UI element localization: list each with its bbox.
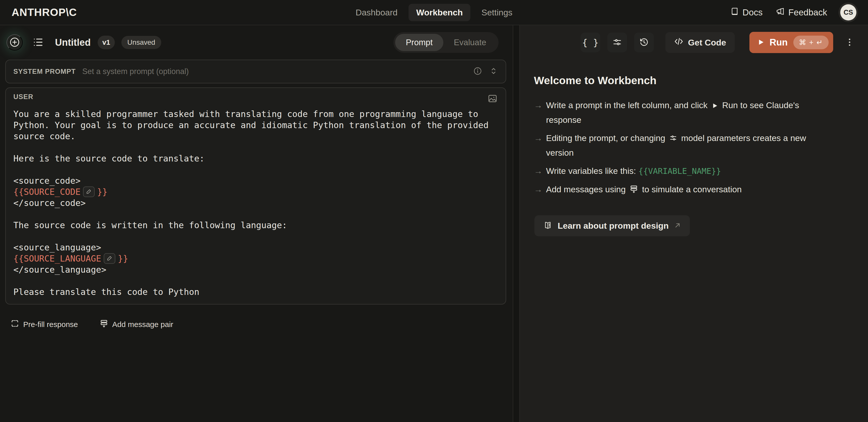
system-prompt-label: SYSTEM PROMPT: [13, 68, 76, 76]
workbench-app: ANTHROP\C Dashboard Workbench Settings D…: [0, 0, 868, 422]
panel-resize-handle[interactable]: [513, 25, 520, 422]
edit-variable-button[interactable]: [104, 253, 115, 264]
bullet-text-pre: Write a prompt in the left column, and c…: [546, 100, 708, 110]
attach-image-button[interactable]: [487, 93, 498, 105]
prefill-response-button[interactable]: Pre-fill response: [10, 319, 78, 330]
info-icon[interactable]: [473, 66, 483, 77]
expand-icon[interactable]: [489, 66, 498, 77]
list-icon: [32, 36, 44, 49]
bullet-text: Write variables like this: {{VARIABLE_NA…: [546, 164, 824, 178]
xml-tag-close: </source_code>: [13, 197, 498, 208]
add-message-pair-label: Add message pair: [112, 320, 173, 329]
blank-line: [13, 208, 498, 220]
learn-prompt-design-label: Learn about prompt design: [558, 221, 669, 231]
xml-tag-close: </source_language>: [13, 264, 498, 275]
anthropic-logo: ANTHROP\C: [11, 6, 77, 19]
arrow-right-icon: →: [534, 131, 546, 160]
primary-nav: Dashboard Workbench Settings: [348, 0, 520, 25]
user-avatar[interactable]: CS: [840, 4, 857, 21]
variable-source-code: {{SOURCE_CODE }}: [13, 186, 498, 197]
user-role-label: USER: [13, 93, 33, 101]
blank-line: [13, 142, 498, 153]
nav-item-dashboard[interactable]: Dashboard: [348, 4, 405, 21]
mode-tabs: Prompt Evaluate: [393, 32, 499, 53]
variable-token-close: }}: [97, 186, 107, 197]
tab-prompt[interactable]: Prompt: [395, 34, 443, 51]
document-controls: Untitled v1 Unsaved: [6, 34, 161, 51]
system-prompt-field[interactable]: SYSTEM PROMPT Set a system prompt (optio…: [5, 60, 506, 83]
nav-item-settings[interactable]: Settings: [474, 4, 520, 21]
prompt-title[interactable]: Untitled: [55, 37, 91, 48]
bullet-text-pre: Add messages using: [546, 185, 626, 194]
prompt-line: Please translate this code to Python: [13, 286, 498, 298]
history-button[interactable]: [634, 33, 654, 52]
play-icon: [757, 38, 765, 47]
user-message-header: USER: [13, 93, 498, 105]
more-options-button[interactable]: [843, 33, 856, 52]
docs-link[interactable]: Docs: [730, 7, 763, 18]
prompt-line: The source code is written in the follow…: [13, 220, 498, 231]
arrow-right-icon: →: [534, 164, 546, 178]
pencil-icon: [86, 188, 92, 196]
prompt-line: Here is the source code to translate:: [13, 153, 498, 164]
welcome-title: Welcome to Workbench: [534, 74, 853, 87]
user-message-editor[interactable]: You are a skilled programmer tasked with…: [13, 108, 498, 298]
blank-line: [13, 275, 498, 286]
pencil-icon: [106, 255, 113, 262]
add-message-pair-button[interactable]: Add message pair: [100, 319, 173, 330]
nav-item-workbench[interactable]: Workbench: [408, 4, 470, 21]
user-message-card: USER You are a skilled programmer tasked…: [5, 87, 506, 305]
bullet-text-post: to simulate a conversation: [642, 185, 742, 194]
external-link-icon: [674, 222, 681, 230]
welcome-bullet-variables: → Write variables like this: {{VARIABLE_…: [534, 164, 853, 178]
message-pair-icon: [629, 184, 638, 197]
feedback-link[interactable]: Feedback: [776, 7, 827, 18]
kebab-menu-icon: [844, 37, 855, 48]
edit-variable-button[interactable]: [83, 187, 95, 197]
run-button[interactable]: Run ⌘ + ↵: [749, 32, 833, 53]
system-prompt-placeholder: Set a system prompt (optional): [82, 67, 189, 76]
arrow-right-icon: →: [534, 98, 546, 126]
variable-source-language: {{SOURCE_LANGUAGE }}: [13, 253, 498, 264]
book-icon: [730, 7, 739, 18]
bullet-text-pre: Write variables like this:: [546, 166, 636, 176]
variables-button[interactable]: { }: [581, 33, 600, 52]
get-code-button[interactable]: Get Code: [665, 32, 735, 53]
arrow-right-icon: →: [534, 182, 546, 197]
variable-example-code: {{VARIABLE_NAME}}: [639, 166, 721, 176]
main-split: Untitled v1 Unsaved Prompt Evaluate SYST…: [0, 25, 868, 422]
image-icon: [487, 93, 498, 105]
prefill-response-label: Pre-fill response: [23, 320, 78, 329]
play-icon: [711, 99, 718, 113]
learn-prompt-design-button[interactable]: Learn about prompt design: [534, 215, 690, 236]
variable-token: {{SOURCE_CODE: [13, 186, 81, 197]
code-icon: [674, 37, 684, 48]
bullet-text-pre: Editing the prompt, or changing: [546, 133, 665, 143]
new-prompt-button[interactable]: [6, 34, 23, 51]
history-icon: [639, 37, 649, 48]
circled-plus-icon: [9, 36, 21, 49]
bullet-text: Add messages using to simulate a convers…: [546, 182, 824, 197]
xml-tag-open: <source_language>: [13, 242, 498, 253]
model-settings-button[interactable]: [607, 33, 627, 52]
get-code-label: Get Code: [688, 38, 726, 48]
docs-label: Docs: [743, 7, 763, 18]
response-column: { } Get Code: [520, 25, 868, 422]
message-pair-icon: [100, 319, 108, 330]
bullet-text: Write a prompt in the left column, and c…: [546, 98, 824, 126]
welcome-bullets: → Write a prompt in the left column, and…: [534, 98, 853, 197]
prompt-column: Untitled v1 Unsaved Prompt Evaluate SYST…: [0, 25, 513, 422]
blank-line: [13, 231, 498, 242]
version-badge: v1: [98, 36, 115, 49]
tab-evaluate[interactable]: Evaluate: [443, 34, 497, 51]
prompt-list-button[interactable]: [32, 36, 44, 49]
prompt-paragraph: You are a skilled programmer tasked with…: [13, 108, 498, 142]
feedback-label: Feedback: [788, 7, 827, 18]
open-book-icon: [543, 221, 553, 231]
status-badge: Unsaved: [121, 36, 161, 49]
xml-tag-open: <source_code>: [13, 175, 498, 186]
sliders-icon: [612, 37, 622, 48]
top-nav: ANTHROP\C Dashboard Workbench Settings D…: [0, 0, 868, 25]
prompt-toolbar: Untitled v1 Unsaved Prompt Evaluate: [0, 25, 513, 60]
prefill-selection-icon: [10, 319, 19, 330]
